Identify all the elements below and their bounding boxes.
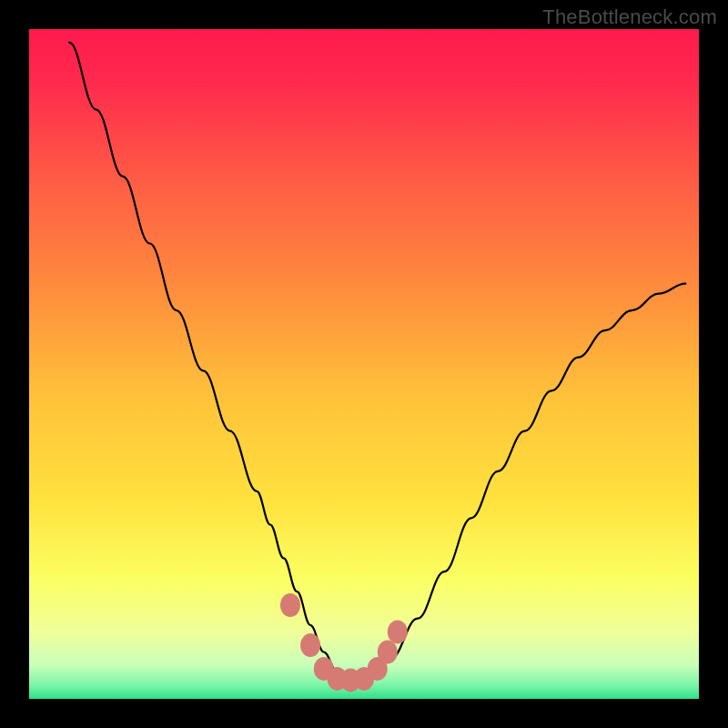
highlight-dot	[388, 620, 408, 643]
highlight-dot	[300, 633, 320, 657]
chart-background-gradient	[29, 29, 699, 699]
highlight-dot	[378, 641, 398, 664]
bottleneck-chart	[0, 0, 728, 728]
chart-container: TheBottleneck.com	[0, 0, 728, 728]
watermark-text: TheBottleneck.com	[542, 5, 717, 29]
highlight-dot	[280, 593, 300, 617]
